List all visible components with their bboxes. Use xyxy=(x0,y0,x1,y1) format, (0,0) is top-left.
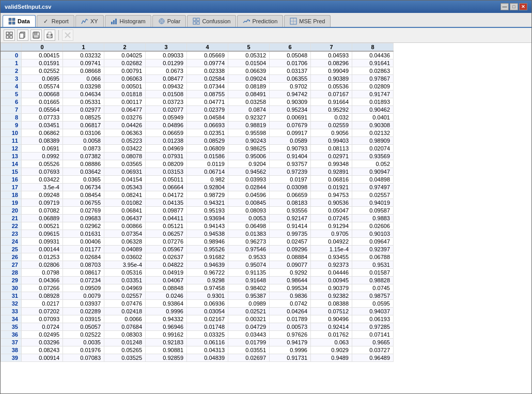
prediction-tab-icon xyxy=(243,18,250,25)
cell-r19-c7: 0.08183 xyxy=(270,199,311,207)
cell-r31-c7: 0.9836 xyxy=(270,292,311,300)
row-index: 0 xyxy=(1,51,22,59)
tab-report[interactable]: ✓ Report xyxy=(37,15,74,27)
table-row: 40.055740.032980.005010.094320.073440.08… xyxy=(1,83,394,90)
table-row: 90.034510.068170.044260.048960.066930.98… xyxy=(1,122,394,129)
svg-rect-26 xyxy=(34,32,37,35)
tab-mse-pred[interactable]: MSE Pred xyxy=(284,15,331,27)
cell-r17-c7: 0.03098 xyxy=(270,184,311,191)
table-row: 390.009140.070830.035250.928590.048390.0… xyxy=(1,354,394,362)
svg-rect-21 xyxy=(6,36,9,38)
table-row: 180.092480.084540.082410.041720.987290.0… xyxy=(1,191,394,199)
cell-r6-c6: 0.03258 xyxy=(228,98,270,106)
cell-r9-c3: 0.04426 xyxy=(104,122,146,129)
cell-r32-c6: 0.0989 xyxy=(228,300,270,308)
cell-r23-c7: 0.99735 xyxy=(270,230,311,238)
cell-r37-c7: 0.94179 xyxy=(270,339,311,346)
cell-r10-c1: 0.06862 xyxy=(22,129,63,137)
svg-rect-24 xyxy=(20,33,24,38)
delete-button[interactable] xyxy=(62,29,73,41)
svg-rect-12 xyxy=(197,18,199,21)
tab-prediction[interactable]: Prediction xyxy=(237,15,283,27)
row-index: 38 xyxy=(1,346,22,354)
cell-r29-c4: 0.04067 xyxy=(146,277,187,284)
cell-r32-c3: 0.07476 xyxy=(104,300,146,308)
cell-r37-c8: 0.063 xyxy=(311,339,352,346)
tab-xy[interactable]: XY xyxy=(75,15,104,27)
cell-r21-c5: 0.93694 xyxy=(187,215,228,222)
table-row: 130.09920.073820.080780.079310.015860.95… xyxy=(1,153,394,160)
cell-r39-c2: 0.07083 xyxy=(63,354,104,362)
tab-confussion[interactable]: Confussion xyxy=(187,15,236,27)
cell-r12-c7: 0.90793 xyxy=(270,145,311,153)
tab-polar[interactable]: Polar xyxy=(152,15,186,27)
grid-button[interactable] xyxy=(4,29,15,41)
cell-r15-c3: 0.06931 xyxy=(104,168,146,176)
cell-r8-c6: 0.92327 xyxy=(228,114,270,122)
cell-r27-c1: 0.02806 xyxy=(22,261,63,269)
cell-r30-c6: 0.98402 xyxy=(228,284,270,292)
save-button[interactable] xyxy=(30,29,42,41)
print-button[interactable] xyxy=(44,29,55,41)
cell-r0-c6: 0.05312 xyxy=(228,51,270,59)
svg-rect-11 xyxy=(193,18,196,21)
copy-button[interactable] xyxy=(17,29,28,41)
cell-r37-c2: 0.0035 xyxy=(63,339,104,346)
table-row: 340.070930.039150.00660.943320.021670.00… xyxy=(1,315,394,323)
row-index: 5 xyxy=(1,90,22,98)
cell-r31-c2: 0.0079 xyxy=(63,292,104,300)
cell-r26-c4: 0.02637 xyxy=(146,253,187,261)
cell-r26-c3: 0.03602 xyxy=(104,253,146,261)
cell-r17-c9: 0.97497 xyxy=(352,184,394,191)
cell-r25-c8: 1.15e-4 xyxy=(311,246,352,253)
cell-r20-c2: 0.02769 xyxy=(63,207,104,215)
cell-r38-c7: 0.9996 xyxy=(270,346,311,354)
svg-rect-19 xyxy=(6,32,9,35)
cell-r37-c1: 0.03296 xyxy=(22,339,63,346)
tab-data[interactable]: Data xyxy=(3,15,36,27)
tab-data-label: Data xyxy=(18,18,30,24)
svg-rect-30 xyxy=(48,36,51,38)
cell-r10-c7: 0.09917 xyxy=(270,129,311,137)
table-row: 380.082430.019760.052650.908810.043130.0… xyxy=(1,346,394,354)
row-index: 22 xyxy=(1,222,22,230)
cell-r38-c3: 0.05265 xyxy=(104,346,146,354)
row-index: 10 xyxy=(1,129,22,137)
cell-r11-c9: 0.98909 xyxy=(352,137,394,145)
cell-r0-c3: 0.04025 xyxy=(104,51,146,59)
cell-r29-c1: 0.04366 xyxy=(22,277,63,284)
cell-r10-c9: 0.02132 xyxy=(352,129,394,137)
tab-prediction-label: Prediction xyxy=(252,18,277,24)
cell-r4-c1: 0.05574 xyxy=(22,83,63,90)
cell-r38-c2: 0.01976 xyxy=(63,346,104,354)
cell-r0-c4: 0.09033 xyxy=(146,51,187,59)
row-index: 13 xyxy=(1,153,22,160)
minimize-button[interactable]: — xyxy=(500,3,509,10)
cell-r16-c9: 0.04898 xyxy=(352,176,394,184)
table-row: 330.072020.022890.024180.99960.030540.02… xyxy=(1,308,394,315)
tab-histogram[interactable]: Histogram xyxy=(105,15,151,27)
cell-r6-c9: 0.01893 xyxy=(352,98,394,106)
cell-r4-c8: 0.05536 xyxy=(311,83,352,90)
cell-r24-c6: 0.96273 xyxy=(228,238,270,246)
cell-r18-c2: 0.08454 xyxy=(63,191,104,199)
table-header-row: 012345678 xyxy=(1,43,394,52)
cell-r11-c1: 0.08389 xyxy=(22,137,63,145)
cell-r12-c8: 0.08113 xyxy=(311,145,352,153)
column-header-2: 2 xyxy=(104,43,146,52)
table-row: 160.034220.03650.041540.050110.9820.0399… xyxy=(1,176,394,184)
title-bar-buttons: — □ ✕ xyxy=(500,3,527,10)
table-row: 50.006680.046340.018180.015080.087550.08… xyxy=(1,90,394,98)
table-row: 173.5e-40.067340.053430.066640.928040.02… xyxy=(1,184,394,191)
maximize-button[interactable]: □ xyxy=(510,3,518,10)
cell-r24-c4: 0.07276 xyxy=(146,238,187,246)
column-header-4: 4 xyxy=(187,43,228,52)
row-index: 2 xyxy=(1,67,22,75)
cell-r2-c7: 0.03137 xyxy=(270,67,311,75)
cell-r13-c3: 0.08078 xyxy=(104,153,146,160)
row-index: 23 xyxy=(1,230,22,238)
cell-r10-c5: 0.02351 xyxy=(187,129,228,137)
close-button[interactable]: ✕ xyxy=(519,3,527,10)
data-table-wrapper[interactable]: 012345678 00.004150.032320.040250.090330… xyxy=(1,43,531,393)
row-index: 21 xyxy=(1,215,22,222)
